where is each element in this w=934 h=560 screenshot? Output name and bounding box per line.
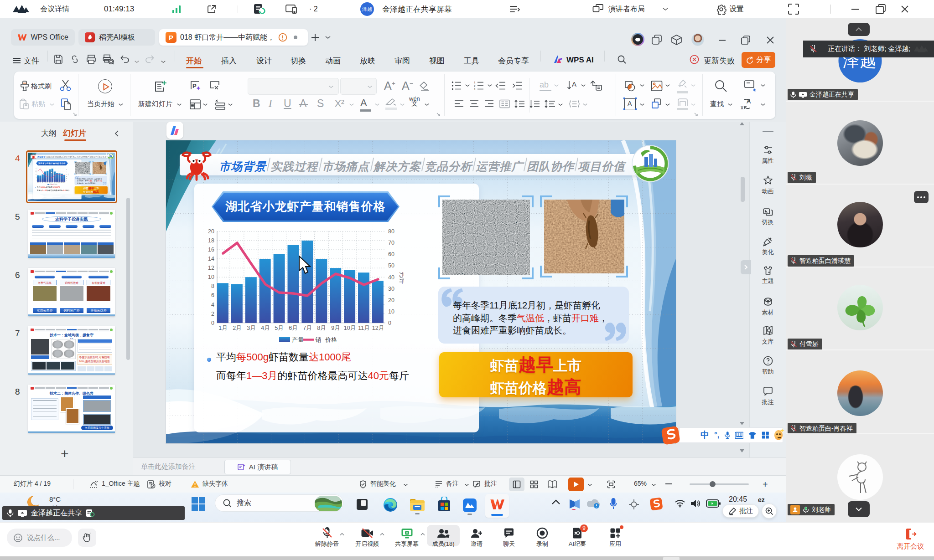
svg-text:14: 14 [208,256,214,262]
svg-text:9月: 9月 [331,325,340,331]
svg-text:80: 80 [388,228,394,235]
svg-text:3月: 3月 [247,325,255,331]
svg-text:1月: 1月 [218,325,227,331]
svg-text:元/斤: 元/斤 [67,174,69,175]
svg-text:A: A [572,80,576,88]
svg-text:80: 80 [66,167,67,168]
svg-text:50: 50 [66,172,67,173]
svg-text:11月: 11月 [61,182,63,183]
svg-text:30: 30 [388,286,394,292]
svg-text:元/斤: 元/斤 [399,272,404,284]
svg-text:16: 16 [208,247,214,253]
svg-text:70: 70 [66,169,67,170]
svg-text:0: 0 [66,181,67,182]
svg-text:产量: 产量 [292,336,304,343]
svg-text:40: 40 [66,174,67,175]
svg-text:4月: 4月 [261,325,270,331]
svg-text:18: 18 [36,168,37,169]
svg-text:30: 30 [66,176,67,177]
svg-text:3月: 3月 [42,182,43,183]
svg-text:x: x [741,104,743,110]
svg-text:8: 8 [211,283,214,289]
svg-text:12月: 12月 [372,325,384,331]
svg-text:0: 0 [36,181,37,182]
svg-text:6: 6 [211,292,214,298]
svg-text:1月: 1月 [37,182,39,183]
svg-text:价格: 价格 [325,336,337,343]
svg-text:16: 16 [36,170,37,170]
svg-text:10: 10 [66,180,67,180]
svg-text:0: 0 [388,320,391,326]
svg-text:18: 18 [208,237,214,244]
svg-text:4: 4 [36,178,37,179]
svg-text:8月: 8月 [317,325,326,331]
svg-text:20: 20 [388,297,394,303]
svg-text:3: 3 [474,88,476,91]
svg-text:40: 40 [388,274,394,281]
svg-text:2月: 2月 [40,182,41,183]
svg-text:0: 0 [211,320,214,326]
svg-text:20: 20 [208,228,214,235]
svg-text:10: 10 [208,274,214,280]
svg-text:60: 60 [388,251,394,257]
svg-text:5月: 5月 [275,325,283,331]
svg-text:20: 20 [66,178,67,179]
svg-text:7月: 7月 [303,325,311,331]
svg-text:销: 销 [315,336,321,343]
svg-text:P: P [192,82,197,89]
svg-text:10月: 10月 [58,182,60,183]
svg-text:价格: 价格 [55,184,57,185]
svg-text:10: 10 [388,308,394,315]
svg-text:2月: 2月 [233,325,241,331]
svg-text:8: 8 [36,175,37,176]
svg-text:2: 2 [474,85,476,87]
svg-text:10月: 10月 [344,325,356,331]
svg-text:10: 10 [36,174,37,175]
svg-text:70: 70 [388,240,394,246]
svg-text:6月: 6月 [289,325,297,331]
svg-text:销: 销 [53,184,55,185]
svg-text:12: 12 [208,265,214,271]
svg-text:12: 12 [36,172,37,173]
svg-text:7月: 7月 [52,182,53,183]
svg-text:2: 2 [211,311,214,317]
svg-text:11月: 11月 [358,325,369,331]
svg-text:9月: 9月 [57,182,58,183]
svg-text:4月: 4月 [44,182,46,183]
svg-text:8月: 8月 [54,182,55,183]
svg-text:6月: 6月 [49,182,51,183]
svg-text:20: 20 [36,167,37,168]
svg-text:5月: 5月 [47,182,48,183]
svg-text:12月: 12月 [63,182,65,183]
svg-text:50: 50 [388,262,394,269]
svg-text:2: 2 [36,180,37,180]
svg-text:4: 4 [211,302,214,308]
svg-text:60: 60 [66,170,67,171]
svg-text:6: 6 [36,177,37,178]
svg-text:14: 14 [36,171,37,172]
svg-text:1: 1 [474,81,476,84]
